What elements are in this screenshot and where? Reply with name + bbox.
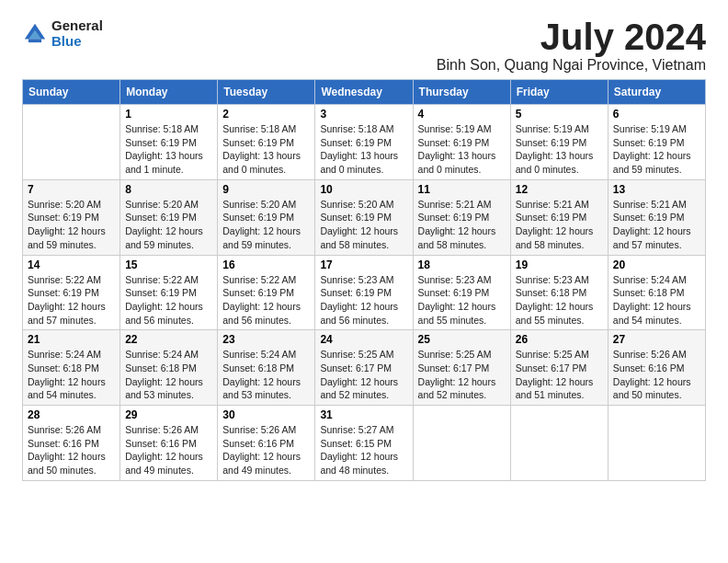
day-info: Sunrise: 5:21 AMSunset: 6:19 PMDaylight:…	[418, 198, 506, 252]
calendar-week-row: 21Sunrise: 5:24 AMSunset: 6:18 PMDayligh…	[23, 330, 706, 406]
day-number: 10	[320, 183, 407, 196]
calendar-day-cell: 4Sunrise: 5:19 AMSunset: 6:19 PMDaylight…	[413, 105, 510, 180]
calendar-week-row: 1Sunrise: 5:18 AMSunset: 6:19 PMDaylight…	[23, 105, 706, 180]
calendar-week-row: 14Sunrise: 5:22 AMSunset: 6:19 PMDayligh…	[23, 255, 706, 330]
day-number: 8	[125, 183, 212, 196]
logo-line1: General	[51, 18, 103, 34]
day-number: 23	[222, 333, 310, 346]
calendar-day-cell: 13Sunrise: 5:21 AMSunset: 6:19 PMDayligh…	[608, 179, 705, 255]
day-info: Sunrise: 5:18 AMSunset: 6:19 PMDaylight:…	[320, 122, 407, 177]
calendar-day-cell: 24Sunrise: 5:25 AMSunset: 6:17 PMDayligh…	[315, 330, 413, 406]
calendar-day-cell: 26Sunrise: 5:25 AMSunset: 6:17 PMDayligh…	[510, 330, 608, 406]
day-number: 6	[613, 108, 700, 121]
day-info: Sunrise: 5:26 AMSunset: 6:16 PMDaylight:…	[613, 348, 700, 402]
day-number: 20	[613, 259, 700, 271]
day-number: 25	[418, 333, 506, 346]
calendar-day-cell: 31Sunrise: 5:27 AMSunset: 6:15 PMDayligh…	[315, 406, 413, 481]
day-number: 19	[516, 259, 603, 271]
svg-rect-2	[28, 39, 41, 42]
calendar-day-cell: 21Sunrise: 5:24 AMSunset: 6:18 PMDayligh…	[23, 330, 120, 406]
calendar-day-cell: 18Sunrise: 5:23 AMSunset: 6:19 PMDayligh…	[413, 255, 510, 330]
day-info: Sunrise: 5:21 AMSunset: 6:19 PMDaylight:…	[516, 198, 603, 252]
calendar-day-cell: 22Sunrise: 5:24 AMSunset: 6:18 PMDayligh…	[120, 330, 218, 406]
day-number: 13	[613, 183, 700, 196]
calendar-day-cell: 9Sunrise: 5:20 AMSunset: 6:19 PMDaylight…	[218, 179, 315, 255]
day-number: 26	[516, 333, 603, 346]
calendar-day-cell: 17Sunrise: 5:23 AMSunset: 6:19 PMDayligh…	[315, 255, 413, 330]
weekday-header: Friday	[510, 80, 608, 105]
day-number: 9	[222, 183, 310, 196]
day-info: Sunrise: 5:19 AMSunset: 6:19 PMDaylight:…	[516, 122, 603, 177]
calendar-week-row: 7Sunrise: 5:20 AMSunset: 6:19 PMDaylight…	[23, 179, 706, 255]
day-info: Sunrise: 5:20 AMSunset: 6:19 PMDaylight:…	[125, 198, 212, 252]
title-area: July 2024 Binh Son, Quang Ngai Province,…	[437, 18, 706, 74]
day-info: Sunrise: 5:25 AMSunset: 6:17 PMDaylight:…	[516, 348, 603, 402]
day-info: Sunrise: 5:20 AMSunset: 6:19 PMDaylight:…	[28, 198, 115, 252]
day-info: Sunrise: 5:22 AMSunset: 6:19 PMDaylight:…	[125, 273, 212, 327]
day-info: Sunrise: 5:19 AMSunset: 6:19 PMDaylight:…	[418, 122, 506, 177]
day-number: 4	[418, 108, 506, 121]
day-number: 27	[613, 333, 700, 346]
day-info: Sunrise: 5:26 AMSunset: 6:16 PMDaylight:…	[28, 423, 115, 477]
weekday-header: Wednesday	[315, 80, 413, 105]
logo-icon	[22, 21, 48, 47]
page-header: General Blue July 2024 Binh Son, Quang N…	[22, 18, 706, 74]
day-info: Sunrise: 5:24 AMSunset: 6:18 PMDaylight:…	[125, 348, 212, 402]
weekday-header-row: SundayMondayTuesdayWednesdayThursdayFrid…	[23, 80, 706, 105]
calendar-day-cell	[413, 406, 510, 481]
logo-text: General Blue	[51, 18, 103, 49]
calendar-table: SundayMondayTuesdayWednesdayThursdayFrid…	[22, 79, 706, 481]
location-title: Binh Son, Quang Ngai Province, Vietnam	[437, 57, 706, 74]
weekday-header: Monday	[120, 80, 218, 105]
calendar-day-cell: 20Sunrise: 5:24 AMSunset: 6:18 PMDayligh…	[608, 255, 705, 330]
weekday-header: Sunday	[23, 80, 120, 105]
day-number: 15	[125, 259, 212, 271]
day-info: Sunrise: 5:22 AMSunset: 6:19 PMDaylight:…	[222, 273, 310, 327]
day-number: 2	[222, 108, 310, 121]
day-number: 11	[418, 183, 506, 196]
day-info: Sunrise: 5:23 AMSunset: 6:19 PMDaylight:…	[320, 273, 407, 327]
calendar-day-cell: 15Sunrise: 5:22 AMSunset: 6:19 PMDayligh…	[120, 255, 218, 330]
calendar-day-cell: 11Sunrise: 5:21 AMSunset: 6:19 PMDayligh…	[413, 179, 510, 255]
day-info: Sunrise: 5:27 AMSunset: 6:15 PMDaylight:…	[320, 423, 407, 477]
calendar-day-cell: 27Sunrise: 5:26 AMSunset: 6:16 PMDayligh…	[608, 330, 705, 406]
weekday-header: Thursday	[413, 80, 510, 105]
day-info: Sunrise: 5:20 AMSunset: 6:19 PMDaylight:…	[320, 198, 407, 252]
day-info: Sunrise: 5:21 AMSunset: 6:19 PMDaylight:…	[613, 198, 700, 252]
day-info: Sunrise: 5:24 AMSunset: 6:18 PMDaylight:…	[28, 348, 115, 402]
weekday-header: Saturday	[608, 80, 705, 105]
calendar-day-cell: 14Sunrise: 5:22 AMSunset: 6:19 PMDayligh…	[23, 255, 120, 330]
day-number: 30	[222, 408, 310, 421]
day-info: Sunrise: 5:23 AMSunset: 6:19 PMDaylight:…	[418, 273, 506, 327]
calendar-day-cell: 25Sunrise: 5:25 AMSunset: 6:17 PMDayligh…	[413, 330, 510, 406]
logo: General Blue	[22, 18, 103, 49]
logo-line2: Blue	[51, 34, 103, 50]
day-number: 24	[320, 333, 407, 346]
calendar-day-cell: 30Sunrise: 5:26 AMSunset: 6:16 PMDayligh…	[218, 406, 315, 481]
day-info: Sunrise: 5:26 AMSunset: 6:16 PMDaylight:…	[222, 423, 310, 477]
calendar-day-cell: 12Sunrise: 5:21 AMSunset: 6:19 PMDayligh…	[510, 179, 608, 255]
day-info: Sunrise: 5:23 AMSunset: 6:18 PMDaylight:…	[516, 273, 603, 327]
day-number: 21	[28, 333, 115, 346]
day-number: 3	[320, 108, 407, 121]
day-info: Sunrise: 5:25 AMSunset: 6:17 PMDaylight:…	[320, 348, 407, 402]
day-number: 18	[418, 259, 506, 271]
calendar-day-cell: 5Sunrise: 5:19 AMSunset: 6:19 PMDaylight…	[510, 105, 608, 180]
day-number: 22	[125, 333, 212, 346]
day-number: 12	[516, 183, 603, 196]
day-info: Sunrise: 5:24 AMSunset: 6:18 PMDaylight:…	[613, 273, 700, 327]
day-info: Sunrise: 5:18 AMSunset: 6:19 PMDaylight:…	[125, 122, 212, 177]
day-number: 1	[125, 108, 212, 121]
day-info: Sunrise: 5:22 AMSunset: 6:19 PMDaylight:…	[28, 273, 115, 327]
calendar-day-cell: 19Sunrise: 5:23 AMSunset: 6:18 PMDayligh…	[510, 255, 608, 330]
weekday-header: Tuesday	[218, 80, 315, 105]
calendar-day-cell: 7Sunrise: 5:20 AMSunset: 6:19 PMDaylight…	[23, 179, 120, 255]
day-number: 7	[28, 183, 115, 196]
calendar-day-cell: 8Sunrise: 5:20 AMSunset: 6:19 PMDaylight…	[120, 179, 218, 255]
calendar-day-cell: 3Sunrise: 5:18 AMSunset: 6:19 PMDaylight…	[315, 105, 413, 180]
calendar-day-cell: 23Sunrise: 5:24 AMSunset: 6:18 PMDayligh…	[218, 330, 315, 406]
calendar-day-cell: 6Sunrise: 5:19 AMSunset: 6:19 PMDaylight…	[608, 105, 705, 180]
day-info: Sunrise: 5:24 AMSunset: 6:18 PMDaylight:…	[222, 348, 310, 402]
day-number: 16	[222, 259, 310, 271]
calendar-day-cell	[23, 105, 120, 180]
